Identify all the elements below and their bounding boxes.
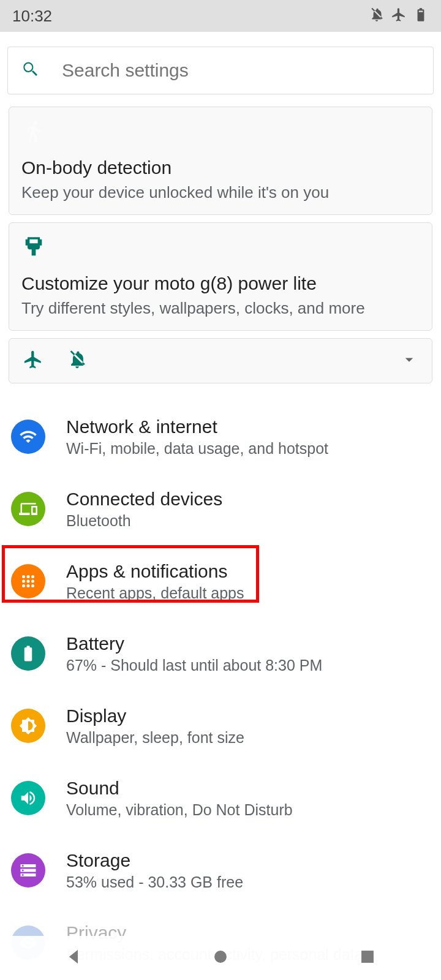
item-subtitle: 53% used - 30.33 GB free xyxy=(66,873,243,891)
paintbrush-icon xyxy=(21,235,420,262)
chevron-down-icon[interactable] xyxy=(400,350,418,371)
card-subtitle: Keep your device unlocked while it's on … xyxy=(21,183,420,202)
dnd-icon xyxy=(369,7,385,25)
svg-point-9 xyxy=(214,951,227,963)
item-sound[interactable]: Sound Volume, vibration, Do Not Disturb xyxy=(7,762,434,834)
item-title: Connected devices xyxy=(66,489,222,510)
item-subtitle: Wallpaper, sleep, font size xyxy=(66,729,244,747)
item-battery[interactable]: Battery 67% - Should last until about 8:… xyxy=(7,617,434,690)
card-customize-device[interactable]: Customize your moto g(8) power lite Try … xyxy=(9,222,432,331)
dnd-icon xyxy=(67,349,88,372)
item-subtitle: 67% - Should last until about 8:30 PM xyxy=(66,657,322,674)
item-subtitle: Bluetooth xyxy=(66,512,222,530)
apps-icon xyxy=(11,564,45,598)
svg-point-7 xyxy=(27,584,30,587)
walk-icon xyxy=(21,119,420,146)
search-input[interactable] xyxy=(62,60,421,81)
item-title: Battery xyxy=(66,633,322,654)
card-title: Customize your moto g(8) power lite xyxy=(21,273,420,294)
svg-point-6 xyxy=(22,584,25,587)
search-icon xyxy=(20,59,40,81)
nav-recent[interactable] xyxy=(357,946,378,970)
item-subtitle: Volume, vibration, Do Not Disturb xyxy=(66,801,293,819)
status-time: 10:32 xyxy=(12,7,52,26)
status-icons xyxy=(369,7,429,25)
quick-status-row[interactable] xyxy=(9,338,432,383)
airplane-icon xyxy=(23,349,43,372)
search-settings[interactable] xyxy=(7,47,434,94)
brightness-icon xyxy=(11,709,45,743)
item-title: Storage xyxy=(66,850,243,871)
item-title: Apps & notifications xyxy=(66,561,244,582)
svg-point-8 xyxy=(31,584,34,587)
item-connected-devices[interactable]: Connected devices Bluetooth xyxy=(7,473,434,545)
item-apps-notifications[interactable]: Apps & notifications Recent apps, defaul… xyxy=(7,545,434,617)
svg-point-2 xyxy=(31,575,34,578)
devices-icon xyxy=(11,492,45,526)
item-title: Display xyxy=(66,706,244,726)
item-subtitle: Recent apps, default apps xyxy=(66,584,244,602)
nav-back[interactable] xyxy=(63,946,84,970)
storage-icon xyxy=(11,853,45,888)
svg-point-3 xyxy=(22,580,25,583)
battery-icon xyxy=(11,636,45,671)
card-subtitle: Try different styles, wallpapers, clocks… xyxy=(21,299,420,318)
airplane-icon xyxy=(391,7,407,25)
wifi-icon xyxy=(11,420,45,454)
item-title: Sound xyxy=(66,778,293,799)
svg-point-1 xyxy=(27,575,30,578)
item-subtitle: Wi-Fi, mobile, data usage, and hotspot xyxy=(66,440,328,458)
battery-icon xyxy=(413,7,429,25)
nav-home[interactable] xyxy=(210,946,231,970)
svg-point-5 xyxy=(31,580,34,583)
volume-icon xyxy=(11,781,45,815)
item-title: Network & internet xyxy=(66,417,328,437)
status-bar: 10:32 xyxy=(0,0,441,32)
svg-point-0 xyxy=(22,575,25,578)
svg-rect-10 xyxy=(361,951,374,963)
item-display[interactable]: Display Wallpaper, sleep, font size xyxy=(7,690,434,762)
item-network-internet[interactable]: Network & internet Wi-Fi, mobile, data u… xyxy=(7,401,434,473)
navigation-bar xyxy=(0,936,441,980)
item-storage[interactable]: Storage 53% used - 30.33 GB free xyxy=(7,834,434,907)
card-onbody-detection[interactable]: On-body detection Keep your device unloc… xyxy=(9,107,432,215)
card-title: On-body detection xyxy=(21,157,420,178)
svg-point-4 xyxy=(27,580,30,583)
